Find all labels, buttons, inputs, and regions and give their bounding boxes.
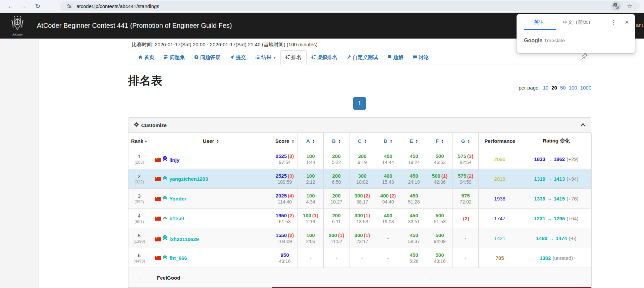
translate-icon[interactable]: 文 G	[611, 1, 621, 11]
score-cell: 1950(2)61:53	[272, 209, 298, 228]
column-header-f[interactable]: F▲▼	[427, 133, 453, 149]
column-header-e[interactable]: E▲▼	[401, 133, 427, 149]
username-link[interactable]: lxh20110629	[169, 236, 199, 242]
standings-row-fht_666: 6(4498)★fht_66695043:16----4505:2650043:…	[128, 248, 592, 268]
sort-icon: ▲▼	[467, 139, 470, 143]
rating-cell: 1833→1862(+29)	[521, 149, 592, 169]
problem-cell-E: 45033:51	[401, 209, 427, 228]
problem-cell-E: 45051:28	[401, 189, 427, 209]
problem-cell-C: 300(1)23:17	[350, 228, 375, 248]
performance-cell: 1938	[479, 189, 521, 209]
problem-cell-G: 57572:02	[453, 189, 479, 209]
column-header-g[interactable]: G▲▼	[453, 133, 479, 149]
site-info-icon[interactable]	[66, 3, 72, 10]
forward-icon[interactable]: →	[18, 1, 29, 11]
score-cell: 95043:16	[272, 248, 298, 268]
problem-cell-D: -	[375, 228, 401, 248]
username-link[interactable]: b1tset	[169, 216, 184, 221]
atcoder-logo-caption: AtCoder	[8, 33, 27, 36]
tab-list-4[interactable]: 结果▾	[251, 50, 280, 64]
standings-table: Rank▼User▲▼Score▲▼A▲▼B▲▼C▲▼D▲▼E▲▼F▲▼G▲▼P…	[128, 133, 592, 288]
per-page-option-1000[interactable]: 1000	[580, 85, 591, 91]
column-header-rank[interactable]: Rank▼	[128, 133, 150, 149]
back-icon[interactable]: ←	[5, 1, 16, 11]
collapse-chevron-icon	[580, 122, 586, 128]
problem-cell-A: 100(1)2:16	[298, 209, 324, 228]
tab-virtual-rank-6[interactable]: 虚拟排名	[307, 50, 342, 64]
translate-target-tab[interactable]: 中文（简体）	[563, 19, 593, 25]
problem-cell-D: 40014:44	[375, 149, 401, 169]
problem-cell-B: 2005:22	[324, 149, 350, 169]
username-link[interactable]: Yonder	[169, 196, 186, 201]
standings-row-Yonder: 3(392)★Yonder2025(4)114:401004:3420010:2…	[128, 189, 592, 209]
performance-cell: 1421	[479, 228, 521, 248]
translate-options-icon[interactable]: ⋮	[610, 19, 616, 26]
column-header-b[interactable]: B▲▼	[324, 133, 350, 149]
standings-row-linjy: 1(263)★linjy2525(3)97:541001:442005:2230…	[128, 149, 592, 169]
problem-cell-C: 30010:02	[350, 169, 375, 189]
sort-icon: ▲▼	[441, 139, 444, 143]
translate-popup: 英语 中文（简体） ⋮ × GoogleTranslate	[517, 14, 635, 53]
problem-cell-F: 500(1)42:36	[427, 169, 453, 189]
standings-row-b1tset: 4(651)★b1tset1950(2)61:53100(1)2:162006:…	[128, 209, 592, 228]
cn-flag-icon: ★	[155, 217, 161, 221]
tab-comment-9[interactable]: 讨论	[408, 50, 434, 64]
per-page-option-20[interactable]: 20	[551, 85, 557, 91]
username-link[interactable]: linjy	[169, 157, 179, 163]
left-gutter	[0, 39, 39, 288]
column-header-user[interactable]: User▲▼	[150, 133, 272, 149]
column-header-a[interactable]: A▲▼	[298, 133, 324, 149]
column-header-c[interactable]: C▲▼	[350, 133, 375, 149]
per-page-option-100[interactable]: 100	[569, 85, 577, 91]
atcoder-logo[interactable]: AtCoder	[8, 15, 27, 36]
bookmark-star-icon[interactable]: ☆	[627, 2, 633, 10]
dropdown-caret-icon: ▾	[274, 55, 276, 60]
problem-cell-D: -	[375, 248, 401, 268]
sort-icon: ▲▼	[291, 139, 294, 143]
wrench-icon	[347, 55, 351, 60]
problem-cell-F: 50051:53	[427, 209, 453, 228]
column-header-performance: Performance	[479, 133, 521, 149]
sort-icon: ▲▼	[312, 139, 315, 143]
tab-book-8[interactable]: 题解	[383, 50, 408, 64]
problem-cell-G: (2)	[453, 209, 479, 228]
translate-close-icon[interactable]: ×	[625, 18, 629, 26]
column-header-d[interactable]: D▲▼	[375, 133, 401, 149]
rank-cell: 3(392)	[128, 189, 150, 209]
cn-flag-icon: ★	[155, 197, 161, 201]
column-header-score[interactable]: Score▲▼	[272, 133, 298, 149]
tab-tasks-1[interactable]: 问题集	[159, 50, 190, 64]
url-text[interactable]: atcoder.jp/contests/abc441/standings	[76, 3, 159, 9]
user-cell: ★b1tset	[150, 209, 272, 228]
refresh-icon[interactable]: ↻	[33, 1, 43, 11]
customize-toggle[interactable]: Customize	[128, 117, 591, 133]
tab-wrench-7[interactable]: 自定义测试	[342, 50, 383, 64]
problem-cell-E: 45019:24	[401, 149, 427, 169]
tab-send-3[interactable]: 提交	[225, 50, 251, 64]
rank-cell: 1(263)	[128, 149, 150, 169]
tab-home-0[interactable]: 首页	[133, 50, 159, 64]
sort-icon: ▲▼	[364, 139, 367, 143]
username-link[interactable]: yangzichen1203	[169, 176, 208, 182]
score-cell: 1550(2)104:09	[272, 228, 298, 248]
svg-text:?: ?	[196, 55, 198, 59]
rating-cell: 1480→1474(-6)	[521, 228, 592, 248]
per-page-option-50[interactable]: 50	[560, 85, 566, 91]
pin-icon[interactable]	[581, 53, 589, 62]
cn-flag-icon: ★	[155, 177, 161, 181]
merged-cell: -	[272, 268, 592, 288]
navbar-partial-text: ant	[636, 22, 643, 28]
cn-flag-icon: ★	[155, 237, 161, 241]
translate-source-tab[interactable]: 英语	[534, 19, 544, 25]
page-1-button[interactable]: 1	[353, 97, 366, 110]
per-page-option-10[interactable]: 10	[543, 85, 549, 91]
rating-cell: 1231→1295(+64)	[521, 209, 592, 228]
problem-cell-D: 40019:08	[375, 209, 401, 228]
tab-rank-5[interactable]: 排名	[280, 50, 307, 65]
address-bar[interactable]: atcoder.jp/contests/abc441/standings 文 G…	[60, 1, 640, 11]
username-link[interactable]: fht_666	[169, 255, 187, 261]
tab-question-2[interactable]: ?问题答疑	[190, 50, 225, 64]
per-page-control: per page:1020501001000	[128, 85, 591, 91]
sort-icon: ▲▼	[338, 139, 341, 143]
score-cell: 2525(3)109:59	[272, 169, 298, 189]
